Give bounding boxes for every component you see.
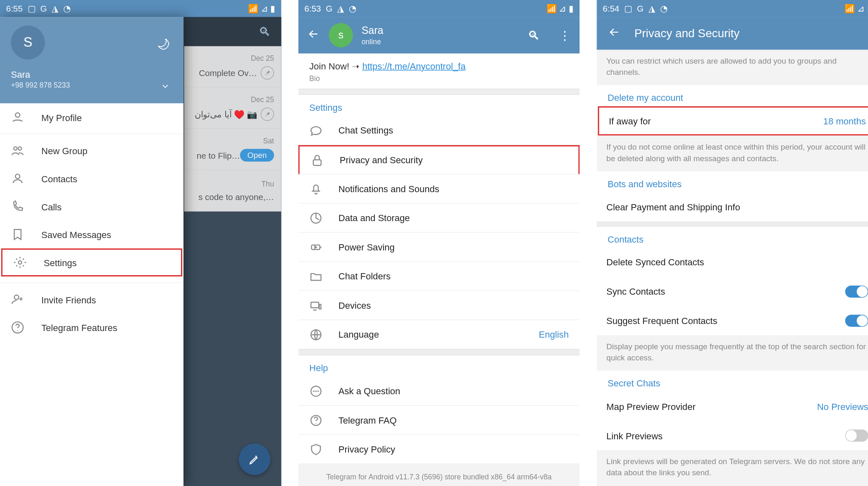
status-icon: ◮ <box>52 4 58 14</box>
hint-contacts: Display people you message frequently at… <box>597 335 868 371</box>
settings-chat[interactable]: Chat Settings <box>298 116 580 145</box>
settings-data[interactable]: Data and Storage <box>298 203 580 233</box>
svg-point-2 <box>18 147 21 150</box>
settings-privacy[interactable]: Privacy and Security <box>298 145 580 174</box>
drawer-item-label: Contacts <box>41 174 77 184</box>
pref-clear-payment[interactable]: Clear Payment and Shipping Info <box>597 193 868 222</box>
status-icon: ◔ <box>349 4 356 14</box>
setting-label: Power Saving <box>339 242 395 252</box>
hint-groups: You can restrict which users are allowed… <box>597 50 868 86</box>
pref-suggest-frequent[interactable]: Suggest Frequent Contacts <box>597 306 868 336</box>
status-time: 6:55 <box>6 4 23 14</box>
status-icon: G <box>637 4 644 14</box>
chat-row[interactable]: Dec 25 Complete Ov…📌︎ <box>184 46 281 88</box>
chat-row[interactable]: Sat ne to Flip…Open <box>184 129 281 170</box>
setting-value: English <box>539 329 569 340</box>
pref-sync-contacts[interactable]: Sync Contacts <box>597 277 868 306</box>
pref-label: Sync Contacts <box>606 286 665 297</box>
phone-icon <box>11 200 24 213</box>
status-icon: ◮ <box>649 4 655 14</box>
pref-away-for[interactable]: If away for 18 months <box>598 107 868 136</box>
signal-icon: ⊿ <box>857 4 865 14</box>
help-ask[interactable]: Ask a Question <box>298 376 580 406</box>
header-name: Sara <box>362 25 384 37</box>
drawer-item-features[interactable]: Telegram Features <box>0 314 184 342</box>
bio-label: Bio <box>309 74 569 83</box>
drawer-item-invite[interactable]: Invite Friends <box>0 286 184 314</box>
section-bots: Bots and websites <box>597 171 868 192</box>
pref-map-preview[interactable]: Map Preview Provider No Previews <box>597 392 868 421</box>
pref-link-previews[interactable]: Link Previews <box>597 421 868 450</box>
shield-icon <box>309 443 322 456</box>
gear-icon <box>13 256 26 269</box>
help-privacy-policy[interactable]: Privacy Policy <box>298 435 580 465</box>
settings-notifications[interactable]: Notifications and Sounds <box>298 174 580 204</box>
help-icon <box>309 413 322 426</box>
profile-icon <box>11 111 24 124</box>
toggle-on[interactable] <box>845 286 868 298</box>
setting-label: Chat Settings <box>339 125 393 136</box>
svg-point-13 <box>313 391 314 391</box>
search-icon[interactable]: 🔍︎ <box>258 25 270 39</box>
avatar[interactable]: s <box>329 23 353 48</box>
setting-label: Telegram FAQ <box>339 415 397 425</box>
globe-icon <box>309 328 322 341</box>
drawer-item-calls[interactable]: Calls <box>0 193 184 221</box>
drawer-item-saved[interactable]: Saved Messages <box>0 221 184 249</box>
toggle-off[interactable] <box>845 429 868 441</box>
setting-label: Privacy Policy <box>339 444 395 455</box>
section-secret: Secret Chats <box>597 371 868 392</box>
chevron-down-icon[interactable] <box>160 81 170 93</box>
folder-icon <box>309 269 322 283</box>
drawer-item-settings[interactable]: Settings <box>1 248 182 276</box>
nav-drawer: S 🌙︎ Sara +98 992 878 5233 My Profile Ne… <box>0 17 184 486</box>
drawer-username: Sara <box>11 69 172 80</box>
settings-power[interactable]: Power Saving <box>298 233 580 262</box>
svg-point-1 <box>14 147 17 150</box>
settings-header: s Sara online 🔍︎ ⋮ <box>298 17 580 53</box>
bookmark-icon <box>11 228 24 241</box>
settings-devices[interactable]: Devices <box>298 291 580 320</box>
drawer-item-profile[interactable]: My Profile <box>0 103 184 131</box>
pin-icon: 📌︎ <box>261 66 274 79</box>
drawer-header: S 🌙︎ Sara +98 992 878 5233 <box>0 17 184 103</box>
wifi-icon: 📶 <box>546 4 557 14</box>
chat-row[interactable]: Dec 25 آیا می‌توان ♥️ 📷📌︎ <box>184 88 281 129</box>
drawer-item-contacts[interactable]: Contacts <box>0 164 184 193</box>
avatar[interactable]: S <box>11 26 45 60</box>
setting-label: Language <box>339 329 379 340</box>
search-icon[interactable]: 🔍︎ <box>527 28 539 42</box>
status-icon: ▢ <box>28 4 36 14</box>
bio-section: Join Now! ➝ https://t.me/Anycontrol_fa B… <box>298 53 580 88</box>
settings-language[interactable]: Language English <box>298 320 580 350</box>
chat-row[interactable]: Thu s code to anyone,… <box>184 170 281 212</box>
more-icon[interactable]: ⋮ <box>559 28 571 43</box>
back-icon[interactable] <box>307 27 320 43</box>
hint-delete: If you do not come online at least once … <box>597 136 868 171</box>
pref-value: No Previews <box>817 401 868 412</box>
compose-fab[interactable] <box>239 443 270 475</box>
toggle-on[interactable] <box>845 314 868 326</box>
bio-link[interactable]: https://t.me/Anycontrol_fa <box>362 61 465 71</box>
help-icon <box>11 321 24 334</box>
bell-icon <box>309 182 322 195</box>
svg-rect-7 <box>313 160 321 165</box>
pref-label: Clear Payment and Shipping Info <box>606 202 740 212</box>
pref-delete-synced[interactable]: Delete Synced Contacts <box>597 248 868 277</box>
screen-privacy: 6:54 ▢ G ◮ ◔ 📶 ⊿ ▮ Privacy and Security … <box>597 0 868 486</box>
open-button[interactable]: Open <box>240 149 274 162</box>
back-icon[interactable] <box>608 26 621 41</box>
drawer-item-newgroup[interactable]: New Group <box>0 137 184 165</box>
help-faq[interactable]: Telegram FAQ <box>298 406 580 435</box>
settings-folders[interactable]: Chat Folders <box>298 262 580 291</box>
screen-drawer: 6:55 ▢ G ◮ ◔ 📶 ⊿ ▮ 🔍︎ Dec 25 Complete Ov… <box>0 0 281 486</box>
section-contacts: Contacts <box>597 226 868 248</box>
chat-list-behind: 🔍︎ Dec 25 Complete Ov…📌︎ Dec 25 آیا می‌ت… <box>184 17 281 486</box>
hint-link-previews: Link previews will be generated on Teleg… <box>597 450 868 486</box>
setting-label: Chat Folders <box>339 271 391 281</box>
status-icon: ◮ <box>337 4 344 14</box>
night-mode-icon[interactable]: 🌙︎ <box>157 36 170 52</box>
battery-icon: ▮ <box>569 4 574 14</box>
privacy-header: Privacy and Security <box>597 17 868 50</box>
drawer-phone: +98 992 878 5233 <box>11 81 172 90</box>
